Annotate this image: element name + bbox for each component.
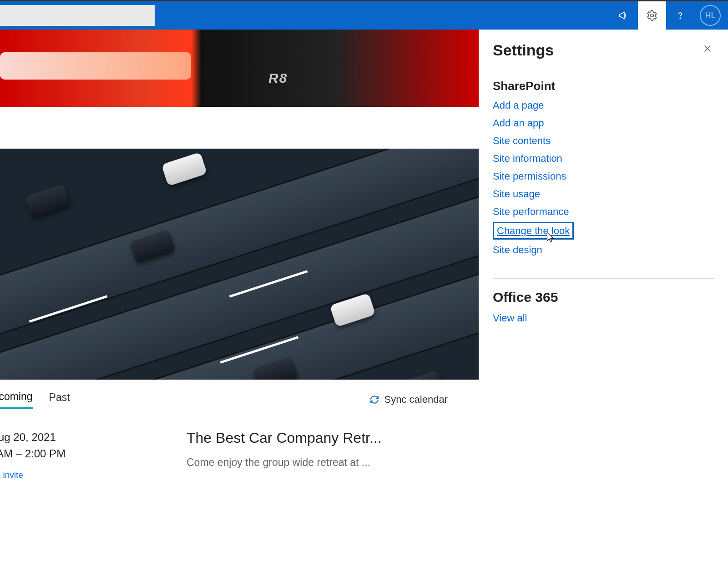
search-input[interactable] — [0, 5, 155, 26]
settings-panel: Settings SharePoint Add a page Add an ap… — [479, 30, 728, 560]
event-item: Fri, Aug 20, 2021 9:00 AM – 2:00 PM Save… — [0, 411, 479, 481]
megaphone-icon[interactable] — [610, 1, 638, 30]
link-site-contents[interactable]: Site contents — [493, 133, 551, 148]
office365-heading: Office 365 — [493, 290, 714, 305]
main-content: R8 Upcoming Past — [0, 30, 479, 560]
refresh-icon — [369, 394, 380, 405]
tab-past[interactable]: Past — [49, 391, 70, 408]
top-header: HL — [0, 1, 728, 30]
traffic-image — [0, 149, 479, 380]
svg-point-1 — [680, 18, 681, 19]
title-strip — [0, 107, 479, 149]
event-time: 9:00 AM – 2:00 PM — [0, 446, 187, 461]
link-add-app[interactable]: Add an app — [493, 115, 544, 130]
panel-divider — [493, 278, 714, 279]
hero-banner: R8 — [0, 30, 479, 107]
tab-upcoming[interactable]: Upcoming — [0, 391, 33, 409]
sync-calendar-button[interactable]: Sync calendar — [369, 394, 466, 406]
link-change-the-look[interactable]: Change the look — [493, 222, 574, 240]
hero-badge-text: R8 — [268, 70, 288, 86]
link-site-usage[interactable]: Site usage — [493, 186, 540, 201]
help-icon[interactable] — [666, 1, 694, 30]
close-icon[interactable] — [701, 41, 714, 58]
header-actions: HL — [610, 1, 723, 30]
sharepoint-links: Add a page Add an app Site contents Site… — [493, 98, 714, 257]
event-description: Come enjoy the group wide retreat at ... — [187, 456, 465, 469]
events-section: Upcoming Past Sync calendar Fri, Aug 20,… — [0, 380, 479, 481]
link-site-design[interactable]: Site design — [493, 242, 542, 257]
cursor-icon — [546, 231, 556, 243]
panel-title: Settings — [493, 41, 554, 59]
event-tabs: Upcoming Past Sync calendar — [0, 388, 479, 411]
sync-label: Sync calendar — [384, 394, 448, 406]
sharepoint-heading: SharePoint — [493, 79, 714, 93]
event-date: Fri, Aug 20, 2021 — [0, 430, 187, 445]
event-title[interactable]: The Best Car Company Retr... — [187, 430, 465, 446]
link-site-performance[interactable]: Site performance — [493, 204, 569, 219]
link-site-permissions[interactable]: Site permissions — [493, 169, 566, 184]
svg-point-0 — [651, 14, 654, 17]
link-view-all[interactable]: View all — [493, 312, 527, 324]
gear-icon[interactable] — [638, 1, 666, 30]
link-site-information[interactable]: Site information — [493, 151, 562, 166]
avatar[interactable]: HL — [700, 5, 721, 26]
link-add-page[interactable]: Add a page — [493, 98, 544, 113]
event-invite-link[interactable]: Save & invite — [0, 469, 187, 481]
